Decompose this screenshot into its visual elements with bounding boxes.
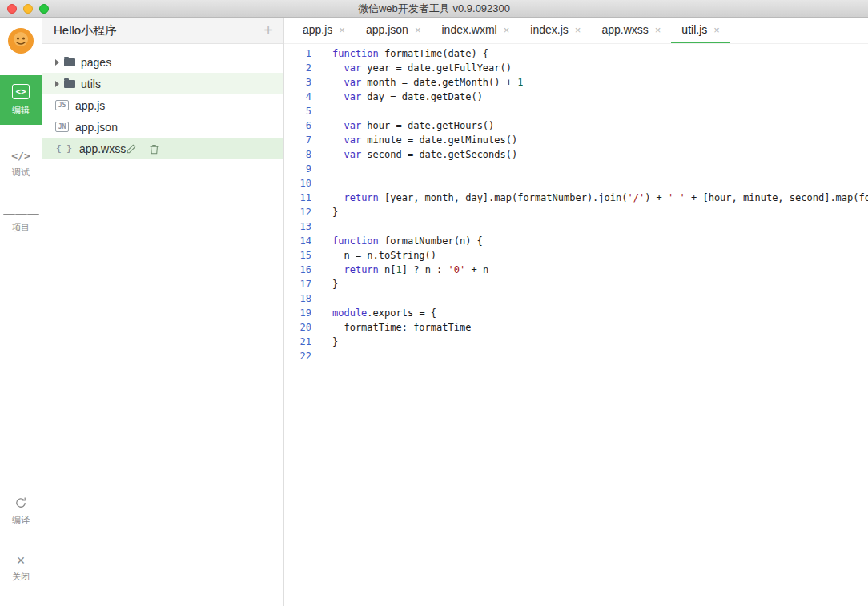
line-number: 21 <box>284 335 319 349</box>
code-token: second = date.getSeconds() <box>361 149 517 160</box>
edit-file-icon[interactable] <box>126 143 137 155</box>
code-text: } <box>319 277 338 291</box>
code-line: 18 <box>284 291 868 306</box>
line-number: 7 <box>284 133 319 147</box>
project-title: Hello小程序 <box>54 23 117 38</box>
folder-row-utils[interactable]: utils <box>42 73 283 94</box>
code-token <box>332 77 344 88</box>
sidebar-item-project[interactable]: 项目 <box>0 203 42 243</box>
code-line: 11 return [year, month, day].map(formatN… <box>284 191 868 205</box>
line-number: 14 <box>284 234 319 248</box>
sidebar-item-compile[interactable]: 编译 <box>0 488 42 535</box>
code-token: ' ' <box>668 192 685 203</box>
code-token: '/' <box>627 192 645 203</box>
avatar-icon <box>7 27 34 54</box>
tab-close-icon[interactable]: × <box>339 24 345 36</box>
line-number: 12 <box>284 205 319 219</box>
sidebar-item-label: 关闭 <box>12 571 30 583</box>
code-token: var <box>344 120 361 131</box>
tab-bar: app.js×app.json×index.wxml×index.js×app.… <box>284 18 868 44</box>
tab-close-icon[interactable]: × <box>504 24 510 36</box>
code-text <box>319 219 332 234</box>
sidebar-item-debug[interactable]: </>调试 <box>0 141 42 187</box>
code-token: formatNumber(n) { <box>379 235 483 247</box>
tab-app-wxss[interactable]: app.wxss× <box>591 18 671 43</box>
sidebar-item-close[interactable]: ×关闭 <box>0 546 42 592</box>
code-token: 1 <box>396 264 402 275</box>
line-number: 4 <box>284 90 319 104</box>
code-text: n = n.toString() <box>319 248 436 263</box>
chevron-right-icon[interactable] <box>55 81 59 87</box>
tab-close-icon[interactable]: × <box>655 24 661 36</box>
tab-label: index.js <box>530 23 568 36</box>
code-line: 4 var day = date.getDate() <box>284 90 868 104</box>
code-line: 3 var month = date.getMonth() + 1 <box>284 75 868 90</box>
code-text: return [year, month, day].map(formatNumb… <box>319 191 868 205</box>
code-token: return <box>344 264 378 275</box>
line-number: 8 <box>284 147 319 162</box>
code-token: .exports = { <box>367 307 436 319</box>
tab-index-js[interactable]: index.js× <box>520 18 591 43</box>
code-token: month = date.getMonth() + <box>361 77 517 88</box>
tab-close-icon[interactable]: × <box>575 24 581 36</box>
code-token: year = date.getFullYear() <box>361 62 512 74</box>
chevron-right-icon[interactable] <box>55 59 59 66</box>
code-text: var second = date.getSeconds() <box>319 147 517 162</box>
file-row-app-wxss[interactable]: { }app.wxss <box>42 138 283 159</box>
add-file-button[interactable]: + <box>263 22 273 38</box>
sidebar-item-label: 编译 <box>12 514 30 526</box>
minimize-window-button[interactable] <box>23 4 33 14</box>
code-editor[interactable]: 1function formatTime(date) {2 var year =… <box>284 44 868 606</box>
code-text: var year = date.getFullYear() <box>319 61 512 75</box>
line-number: 10 <box>284 176 319 191</box>
sidebar-item-label: 项目 <box>12 222 30 234</box>
file-type-icon: JN <box>55 122 69 132</box>
code-token: + [hour, minute, second].map(formatNumbe… <box>685 192 868 203</box>
folder-row-pages[interactable]: pages <box>42 51 283 73</box>
close-window-button[interactable] <box>7 4 17 14</box>
tab-app-json[interactable]: app.json× <box>356 18 432 43</box>
code-token <box>332 264 344 275</box>
tab-close-icon[interactable]: × <box>713 24 720 36</box>
user-avatar[interactable] <box>7 27 34 54</box>
folder-icon <box>64 80 75 88</box>
tab-close-icon[interactable]: × <box>415 24 421 36</box>
tab-label: index.wxml <box>441 23 496 36</box>
code-line: 7 var minute = date.getMinutes() <box>284 133 868 147</box>
code-token: } <box>332 207 338 218</box>
code-token: day = date.getDate() <box>361 91 483 102</box>
code-token: hour = date.getHours() <box>361 120 494 131</box>
code-token: } <box>332 279 338 290</box>
code-text: function formatTime(date) { <box>319 46 488 61</box>
compile-refresh-icon <box>14 496 27 509</box>
code-line: 9 <box>284 162 868 176</box>
code-token <box>332 149 344 160</box>
tab-label: app.wxss <box>601 23 648 36</box>
line-number: 13 <box>284 219 319 234</box>
file-row-app-js[interactable]: JSapp.js <box>42 94 283 116</box>
code-text <box>319 176 332 191</box>
close-x-icon: × <box>17 555 26 566</box>
tab-util-js[interactable]: util.js× <box>671 18 730 43</box>
file-row-app-json[interactable]: JNapp.json <box>42 116 283 138</box>
tab-app-js[interactable]: app.js× <box>292 18 356 43</box>
activity-sidebar: <>编辑</>调试项目 编译×关闭 <box>0 18 42 606</box>
code-token: module <box>332 307 367 319</box>
code-token <box>332 62 344 74</box>
sidebar-item-label: 调试 <box>12 167 30 179</box>
file-name: app.json <box>75 121 118 134</box>
zoom-window-button[interactable] <box>39 4 49 14</box>
code-token: 1 <box>517 77 523 88</box>
delete-file-icon[interactable] <box>149 143 159 155</box>
editor-pane: app.js×app.json×index.wxml×index.js×app.… <box>284 18 868 606</box>
tab-index-wxml[interactable]: index.wxml× <box>431 18 520 43</box>
sidebar-item-edit[interactable]: <>编辑 <box>0 75 42 125</box>
code-line: 6 var hour = date.getHours() <box>284 118 868 133</box>
line-number: 16 <box>284 263 319 277</box>
code-line: 10 <box>284 176 868 191</box>
code-token: '0' <box>448 264 466 275</box>
code-token: var <box>344 149 361 160</box>
code-text: var minute = date.getMinutes() <box>319 133 517 147</box>
folder-name: utils <box>81 78 101 90</box>
code-line: 13 <box>284 219 868 234</box>
